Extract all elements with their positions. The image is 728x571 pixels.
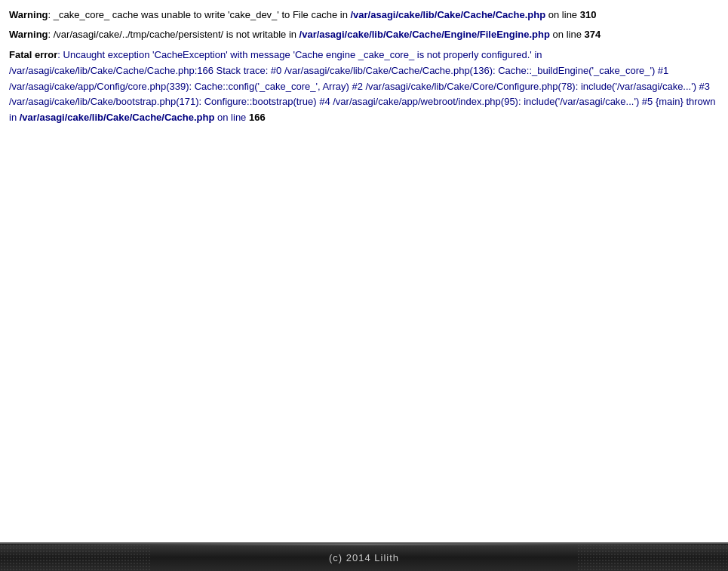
page-wrapper: Warning: _cake_core_ cache was unable to… bbox=[0, 0, 728, 571]
warning-label-1: Warning bbox=[9, 9, 48, 20]
warning-line-2: Warning: /var/asagi/cake/../tmp/cache/pe… bbox=[9, 27, 719, 42]
warning-line-1: Warning: _cake_core_ cache was unable to… bbox=[9, 8, 719, 23]
warning-path-1: /var/asagi/cake/lib/Cake/Cache/Cache.php bbox=[350, 9, 545, 20]
footer-text: (c) 2014 Lilith bbox=[329, 552, 399, 563]
warning-path-2: /var/asagi/cake/lib/Cake/Cache/Engine/Fi… bbox=[299, 29, 550, 40]
content-area: Warning: _cake_core_ cache was unable to… bbox=[0, 0, 728, 542]
warning-label-2: Warning bbox=[9, 29, 48, 40]
fatal-error-suffix: on line bbox=[214, 112, 249, 123]
warning-suffix-1: on line bbox=[545, 9, 580, 20]
warning-line-number-2: 374 bbox=[585, 29, 601, 40]
warning-line-number-1: 310 bbox=[580, 9, 597, 20]
fatal-error-path: /var/asagi/cake/lib/Cake/Cache/Cache.php bbox=[20, 112, 215, 123]
warning-suffix-2: on line bbox=[550, 29, 585, 40]
footer: (c) 2014 Lilith bbox=[0, 542, 728, 571]
fatal-error-line-number: 166 bbox=[249, 112, 266, 123]
fatal-error-label: Fatal error bbox=[9, 49, 57, 60]
warning-text-2: : /var/asagi/cake/../tmp/cache/persisten… bbox=[48, 29, 299, 40]
fatal-error-block: Fatal error: Uncaught exception 'CacheEx… bbox=[9, 48, 719, 126]
footer-dots-left bbox=[0, 544, 151, 571]
footer-dots-right bbox=[577, 544, 728, 571]
warning-text-1: : _cake_core_ cache was unable to write … bbox=[48, 9, 351, 20]
